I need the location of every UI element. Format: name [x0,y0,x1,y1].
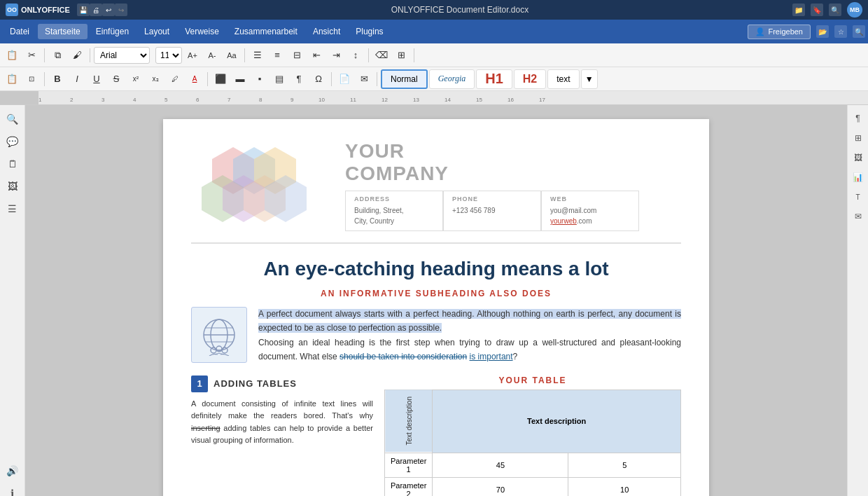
table-cell: 10 [568,478,681,496]
superscript-button[interactable]: x² [127,70,145,88]
subscript-button[interactable]: x₂ [146,70,164,88]
redo-button[interactable]: ↪ [115,4,127,16]
right-image[interactable]: 🖼 [850,150,866,165]
font-color-button[interactable]: A [186,70,204,88]
copy-style[interactable]: 📄 [335,70,354,88]
table-cell: Parameter 1 [385,453,433,478]
link-important[interactable]: is important [470,352,513,361]
menu-ansicht[interactable]: Ansicht [306,24,347,39]
font-size-select[interactable]: 11 [155,47,182,64]
title-actions: 📁 🔖 🔍 MB [792,2,862,18]
right-mail[interactable]: ✉ [850,209,866,224]
line-spacing[interactable]: ↕ [346,46,365,64]
list-multi[interactable]: ⊟ [288,46,306,64]
right-text[interactable]: T [850,189,866,205]
bold-button[interactable]: B [48,70,66,88]
company-logo [191,140,331,224]
style-text[interactable]: text [547,69,579,89]
menu-verweise[interactable]: Verweise [178,24,226,39]
document-area[interactable]: YOUR COMPANY ADDRESS Building, Street,Ci… [25,105,847,496]
format-painter[interactable]: 🖌 [68,46,86,64]
style-more-button[interactable]: ▼ [581,69,598,89]
bookmark-button[interactable]: 🔖 [811,4,823,16]
sidebar-speaker[interactable]: 🔊 [3,461,22,481]
para-settings[interactable]: ⊞ [392,46,410,64]
email-value: you@mail.com [550,207,596,214]
mail-merge[interactable]: ✉ [355,70,373,88]
data-table: Text description Text description Parame… [384,390,681,496]
strikethrough-button[interactable]: S [107,70,125,88]
share-label: Freigeben [768,27,803,36]
undo-button[interactable]: ↩ [102,4,115,16]
divider-5 [414,48,414,62]
logo-hexagons [191,140,331,224]
link-consideration[interactable]: should be taken into consideration [340,352,467,361]
select-all[interactable]: ⊡ [22,70,41,88]
menu-datei[interactable]: Datei [3,24,36,39]
sidebar-chat[interactable]: 💬 [3,132,22,151]
divider-9 [377,72,377,86]
company-details: ADDRESS Building, Street,City, Country P… [345,191,681,231]
special-chars[interactable]: Ω [309,70,328,88]
style-normal[interactable]: Normal [381,69,428,89]
clear-format[interactable]: ⌫ [372,46,391,64]
sidebar-search[interactable]: 🔍 [3,109,22,129]
company-info: YOUR COMPANY ADDRESS Building, Street,Ci… [331,140,681,231]
para-marks[interactable]: ¶ [290,70,308,88]
company-name: YOUR COMPANY [345,140,681,185]
cut-button[interactable]: ✂ [22,46,41,64]
align-left[interactable]: ⬛ [211,70,230,88]
web-suffix: .com [577,217,592,225]
right-chart[interactable]: 📊 [850,170,866,185]
sidebar-list[interactable]: ☰ [3,199,22,219]
globe-icon-box [191,307,247,363]
style-h2[interactable]: H2 [514,69,546,89]
phone-value: +123 456 789 [452,205,532,216]
print-button[interactable]: 🖨 [90,4,102,16]
save-button[interactable]: 💾 [77,4,90,16]
indent-decrease[interactable]: ⇤ [307,46,326,64]
section-row: 1 ADDING TABLES A document consisting of… [191,376,681,496]
folder-button[interactable]: 📁 [792,4,805,16]
align-right[interactable]: ▪ [251,70,269,88]
section-text: A document consisting of infinite text l… [191,398,373,447]
paste2-button[interactable]: 📋 [3,70,21,88]
right-table[interactable]: ⊞ [850,130,866,146]
menu-startseite[interactable]: Startseite [38,24,88,39]
divider-2 [90,48,90,62]
sidebar-table[interactable]: 🗒 [3,154,22,174]
indent-increase[interactable]: ⇥ [327,46,345,64]
search-button[interactable]: 🔍 [829,4,841,16]
menu-plugins[interactable]: Plugins [349,24,390,39]
menu-zusammenarbeit[interactable]: Zusammenarbeit [227,24,304,39]
menu-layout[interactable]: Layout [137,24,176,39]
list-ordered[interactable]: ≡ [268,46,286,64]
align-center[interactable]: ▬ [231,70,249,88]
align-justify[interactable]: ▤ [270,70,288,88]
share-button[interactable]: 👤 Freigeben [748,25,811,39]
font-inc-button[interactable]: A+ [183,46,202,64]
sidebar-image[interactable]: 🖼 [3,177,22,196]
sidebar-info[interactable]: ℹ [3,483,22,496]
right-para-marks[interactable]: ¶ [850,111,866,126]
style-h1-label: H1 [485,71,503,87]
underline-button[interactable]: U [88,70,106,88]
paste-button[interactable]: 📋 [3,46,21,64]
avatar[interactable]: MB [847,2,862,18]
star-button[interactable]: ☆ [834,25,847,38]
address-label: ADDRESS [354,195,434,202]
font-case-button[interactable]: Aa [223,46,241,64]
open-location-button[interactable]: 📂 [816,25,829,38]
list-unordered[interactable]: ☰ [248,46,267,64]
app-logo: OO ONLYOFFICE [6,4,70,16]
style-h1[interactable]: H1 [476,69,512,89]
font-dec-button[interactable]: A- [203,46,221,64]
style-georgia[interactable]: Georgia [429,69,475,89]
web-link[interactable]: yourweb [550,217,577,225]
highlight-button[interactable]: 🖊 [166,70,184,88]
search-doc-button[interactable]: 🔍 [853,25,865,38]
font-family-select[interactable]: Arial [94,47,150,64]
copy-button[interactable]: ⧉ [48,46,66,64]
menu-einfugen[interactable]: Einfügen [89,24,136,39]
italic-button[interactable]: I [68,70,86,88]
